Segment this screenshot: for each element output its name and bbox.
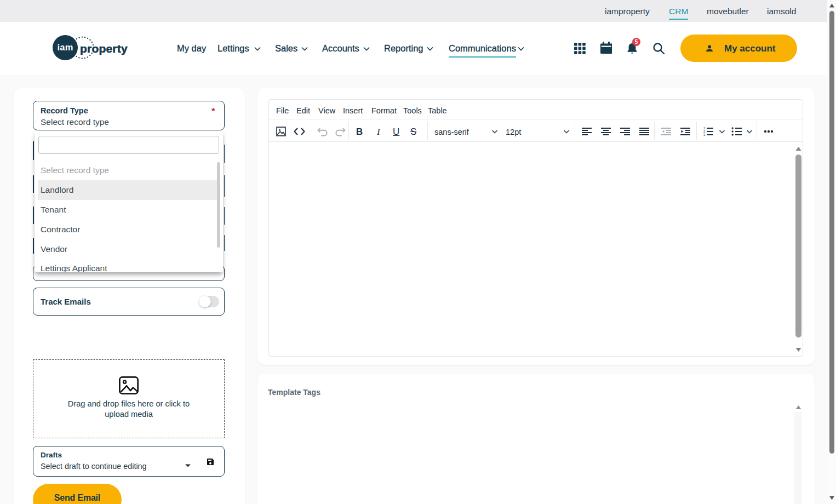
svg-text:3: 3 (703, 133, 706, 136)
